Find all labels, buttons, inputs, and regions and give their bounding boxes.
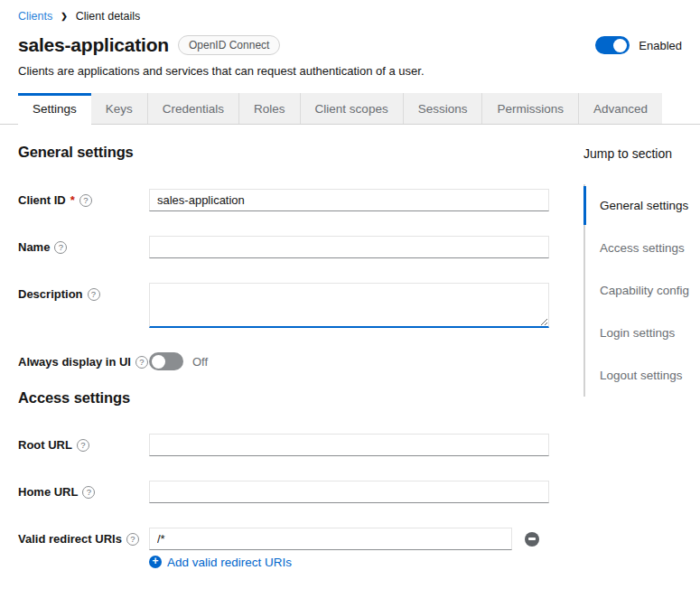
home-url-row: Home URL ? [18, 481, 549, 503]
client-id-row: Client ID * ? [18, 189, 549, 211]
always-display-state-label: Off [192, 355, 208, 369]
redirect-uris-label: Valid redirect URIs ? [18, 528, 149, 550]
description-row: Description ? [18, 283, 549, 328]
always-display-toggle[interactable] [149, 352, 183, 370]
page-title: sales-application [18, 34, 169, 56]
jump-link-logout-settings[interactable]: Logout settings [585, 354, 700, 397]
root-url-help-icon[interactable]: ? [77, 439, 89, 452]
root-url-label-text: Root URL [18, 438, 72, 452]
add-redirect-uri-label: Add valid redirect URIs [167, 556, 292, 569]
tab-sessions[interactable]: Sessions [404, 93, 483, 124]
client-id-input[interactable] [149, 189, 549, 211]
jump-link-login-settings[interactable]: Login settings [585, 312, 700, 354]
name-label: Name ? [18, 236, 149, 258]
add-redirect-uri-row: + Add valid redirect URIs [149, 552, 549, 569]
add-redirect-uri-link[interactable]: + Add valid redirect URIs [149, 556, 292, 569]
redirect-uris-row: Valid redirect URIs ? [18, 528, 549, 550]
name-label-text: Name [18, 240, 50, 254]
always-display-row: Always display in UI ? Off [18, 352, 549, 370]
general-settings-heading: General settings [18, 144, 549, 161]
tab-keys[interactable]: Keys [91, 93, 148, 124]
redirect-uris-help-icon[interactable]: ? [126, 533, 139, 546]
client-id-help-icon[interactable]: ? [79, 194, 92, 207]
enabled-toggle-group: Enabled [595, 36, 682, 54]
page-header: sales-application OpenID Connect Enabled [0, 34, 700, 56]
home-url-help-icon[interactable]: ? [82, 486, 95, 499]
enabled-toggle[interactable] [595, 36, 630, 54]
root-url-input[interactable] [149, 434, 549, 456]
always-display-help-icon[interactable]: ? [135, 356, 148, 369]
description-label-text: Description [18, 287, 83, 301]
tab-credentials[interactable]: Credentials [148, 93, 239, 124]
description-help-icon[interactable]: ? [88, 288, 100, 301]
always-display-label: Always display in UI ? [18, 352, 149, 370]
tab-advanced[interactable]: Advanced [579, 93, 662, 124]
redirect-uri-input[interactable] [149, 528, 512, 550]
root-url-label: Root URL ? [18, 434, 149, 456]
home-url-label-text: Home URL [18, 485, 78, 499]
name-input[interactable] [149, 236, 549, 258]
tab-client-scopes[interactable]: Client scopes [301, 93, 404, 124]
protocol-badge: OpenID Connect [178, 35, 280, 55]
enabled-toggle-label: Enabled [639, 39, 682, 52]
client-id-label-text: Client ID [18, 193, 66, 207]
tab-bar: Settings Keys Credentials Roles Client s… [0, 93, 700, 125]
jump-to-section-heading: Jump to section [583, 146, 700, 161]
name-help-icon[interactable]: ? [54, 241, 67, 254]
breadcrumb-chevron-icon: ❯ [61, 12, 68, 21]
name-row: Name ? [18, 236, 549, 258]
redirect-uris-label-text: Valid redirect URIs [18, 532, 122, 546]
plus-circle-icon: + [149, 556, 162, 568]
client-details-page: Clients ❯ Client details sales-applicati… [0, 0, 700, 569]
remove-redirect-uri-button[interactable] [525, 532, 539, 547]
jump-link-general-settings[interactable]: General settings [585, 184, 700, 227]
toggle-knob [152, 355, 165, 369]
jump-link-capability-config[interactable]: Capability config [585, 269, 700, 312]
jump-link-list: General settings Access settings Capabil… [583, 184, 700, 397]
description-textarea[interactable] [149, 283, 549, 328]
description-label: Description ? [18, 283, 149, 328]
tab-roles[interactable]: Roles [239, 93, 301, 124]
settings-form: General settings Client ID * ? Name ? [18, 144, 549, 569]
access-settings-heading: Access settings [18, 389, 549, 407]
minus-icon [528, 538, 536, 539]
breadcrumb: Clients ❯ Client details [0, 0, 700, 23]
jump-link-access-settings[interactable]: Access settings [585, 227, 700, 269]
required-marker: * [70, 193, 75, 207]
jump-to-section-nav: Jump to section General settings Access … [583, 144, 700, 569]
page-description: Clients are applications and services th… [0, 64, 700, 78]
always-display-label-text: Always display in UI [18, 355, 131, 369]
tab-permissions[interactable]: Permissions [482, 93, 579, 124]
home-url-input[interactable] [149, 481, 549, 503]
breadcrumb-current: Client details [76, 10, 141, 23]
tab-settings[interactable]: Settings [18, 93, 91, 125]
client-id-label: Client ID * ? [18, 189, 149, 211]
toggle-knob [613, 39, 627, 52]
root-url-row: Root URL ? [18, 434, 549, 456]
home-url-label: Home URL ? [18, 481, 149, 503]
breadcrumb-link-clients[interactable]: Clients [18, 10, 52, 23]
